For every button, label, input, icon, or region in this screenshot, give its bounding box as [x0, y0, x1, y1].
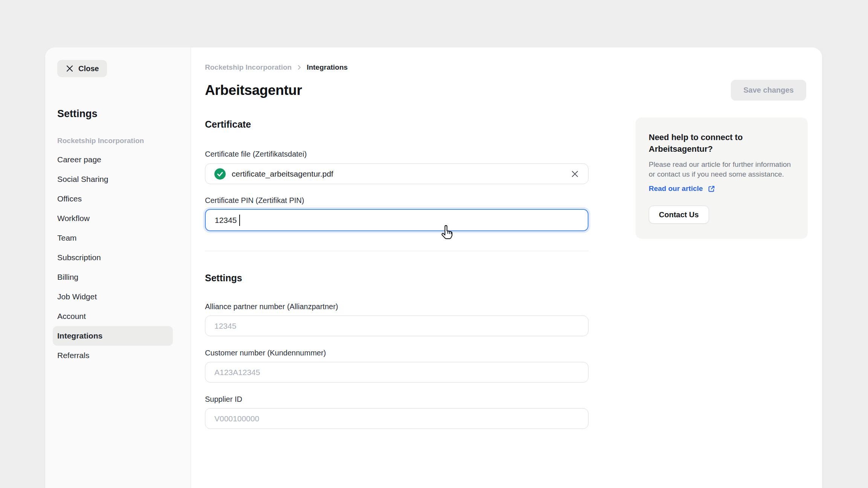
sidebar-item-account[interactable]: Account	[53, 307, 173, 326]
certificate-section-title: Certificate	[205, 118, 588, 130]
main-content: Rocketship Incorporation Integrations Ar…	[205, 47, 588, 429]
certificate-file-name: certificate_arbeitsagentur.pdf	[232, 169, 565, 178]
text-caret	[239, 215, 240, 226]
check-circle-icon	[214, 168, 226, 180]
page-title: Arbeitsagentur	[205, 81, 588, 99]
close-button[interactable]: Close	[57, 60, 107, 77]
sidebar-item-subscription[interactable]: Subscription	[53, 248, 173, 267]
help-panel: Need help to connect to Arbeitsagentur? …	[636, 117, 808, 239]
supplier-id-label: Supplier ID	[205, 394, 588, 404]
alliance-partner-input[interactable]	[205, 316, 588, 336]
close-icon	[66, 64, 74, 73]
certificate-file-label: Certificate file (Zertifikatsdatei)	[205, 149, 588, 159]
sidebar-item-career-page[interactable]: Career page	[53, 150, 173, 169]
read-article-link[interactable]: Read our article	[649, 185, 715, 193]
chevron-right-icon	[296, 64, 302, 70]
customer-number-label: Customer number (Kundennummer)	[205, 348, 588, 358]
settings-modal: Close Settings Rocketship Incorporation …	[45, 47, 822, 488]
sidebar-item-job-widget[interactable]: Job Widget	[53, 287, 173, 307]
sidebar-item-social-sharing[interactable]: Social Sharing	[53, 169, 173, 189]
sidebar-item-offices[interactable]: Offices	[53, 189, 173, 209]
mouse-cursor-hand-icon	[440, 224, 456, 242]
close-button-label: Close	[78, 64, 99, 73]
breadcrumb: Rocketship Incorporation Integrations	[205, 63, 588, 72]
certificate-pin-label: Certificate PIN (Zertifikat PIN)	[205, 195, 588, 205]
certificate-file-field[interactable]: certificate_arbeitsagentur.pdf	[205, 163, 588, 184]
external-link-icon	[708, 185, 715, 193]
x-icon	[571, 170, 579, 178]
sidebar-title: Settings	[57, 107, 191, 120]
sidebar-company-label: Rocketship Incorporation	[57, 137, 191, 145]
sidebar-item-team[interactable]: Team	[53, 228, 173, 248]
certificate-pin-input[interactable]: 12345	[205, 209, 588, 231]
settings-section-title: Settings	[205, 272, 588, 284]
sidebar-item-workflow[interactable]: Workflow	[53, 209, 173, 228]
contact-us-button[interactable]: Contact Us	[649, 206, 709, 224]
sidebar-item-integrations[interactable]: Integrations	[53, 326, 173, 346]
breadcrumb-parent[interactable]: Rocketship Incorporation	[205, 63, 292, 72]
alliance-partner-label: Alliance partner number (Allianzpartner)	[205, 302, 588, 311]
sidebar-item-referrals[interactable]: Referrals	[53, 346, 173, 365]
read-article-link-label: Read our article	[649, 185, 703, 193]
sidebar: Close Settings Rocketship Incorporation …	[45, 47, 191, 488]
save-changes-button[interactable]: Save changes	[731, 80, 806, 101]
sidebar-nav: Career page Social Sharing Offices Workf…	[53, 150, 173, 365]
breadcrumb-current: Integrations	[307, 63, 348, 72]
sidebar-item-billing[interactable]: Billing	[53, 267, 173, 287]
supplier-id-input[interactable]	[205, 408, 588, 429]
customer-number-input[interactable]	[205, 362, 588, 383]
clear-file-button[interactable]	[571, 170, 579, 178]
help-panel-title: Need help to connect to Arbeitsagentur?	[649, 131, 769, 155]
section-divider	[205, 251, 588, 251]
certificate-pin-value: 12345	[215, 216, 237, 225]
help-panel-body: Please read our article for further info…	[649, 160, 795, 179]
